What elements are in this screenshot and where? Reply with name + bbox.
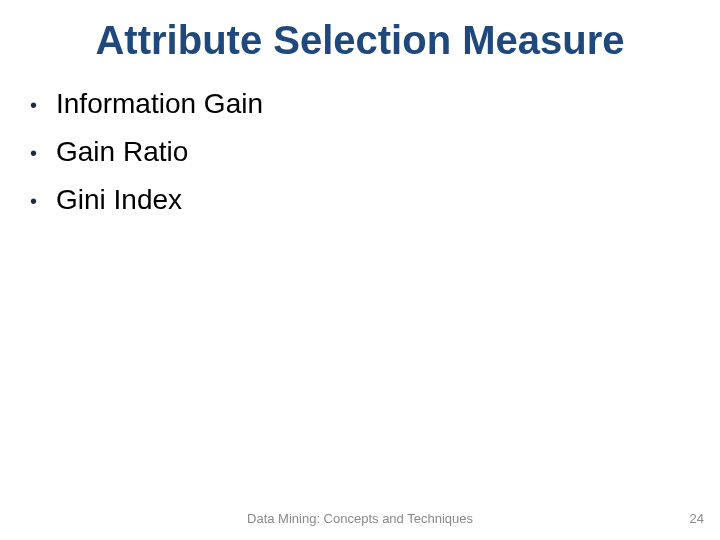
- slide-body: • Information Gain • Gain Ratio • Gini I…: [30, 85, 680, 228]
- bullet-icon: •: [30, 188, 56, 215]
- bullet-icon: •: [30, 92, 56, 119]
- footer-text: Data Mining: Concepts and Techniques: [0, 511, 720, 526]
- list-item: • Information Gain: [30, 85, 680, 123]
- list-item: • Gain Ratio: [30, 133, 680, 171]
- slide-title: Attribute Selection Measure: [0, 18, 720, 63]
- list-item-text: Gain Ratio: [56, 133, 188, 171]
- list-item-text: Gini Index: [56, 181, 182, 219]
- bullet-icon: •: [30, 140, 56, 167]
- slide: Attribute Selection Measure • Informatio…: [0, 0, 720, 540]
- list-item: • Gini Index: [30, 181, 680, 219]
- page-number: 24: [690, 511, 704, 526]
- list-item-text: Information Gain: [56, 85, 263, 123]
